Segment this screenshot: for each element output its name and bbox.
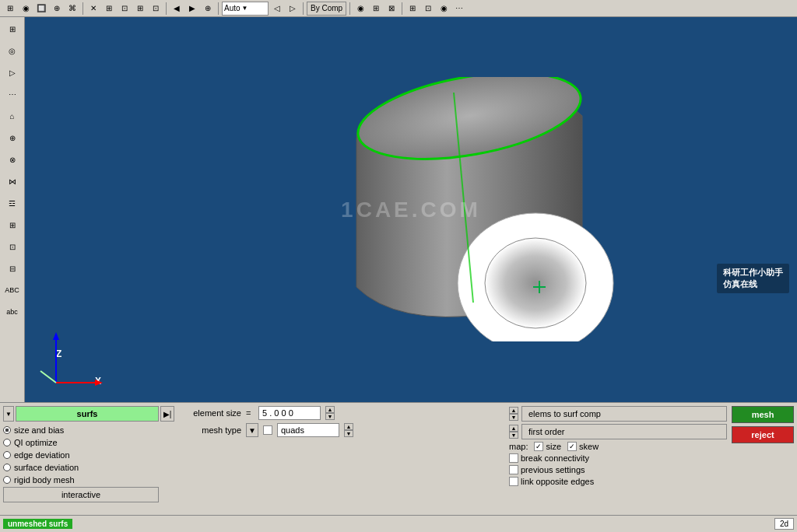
sidebar-icon-abc1[interactable]: ABC (2, 280, 23, 300)
sidebar-icon-abc2[interactable]: abc (2, 302, 23, 322)
size-checkbox-item: size (534, 442, 561, 451)
toolbar-icon-2[interactable]: ◉ (19, 2, 33, 16)
radio-circle-edge (3, 451, 11, 459)
element-size-down[interactable]: ▼ (325, 413, 335, 420)
toolbar-icon-copy[interactable]: ⊞ (102, 2, 116, 16)
sidebar-icon-1[interactable]: ⊞ (2, 19, 23, 39)
radio-rigid-body-mesh[interactable]: rigid body mesh (3, 474, 174, 485)
radio-qi-optimize[interactable]: QI optimize (3, 437, 174, 448)
auto-dropdown[interactable]: Auto ▼ (222, 2, 269, 16)
sidebar-icon-7[interactable]: ⊗ (2, 149, 23, 170)
sidebar-icon-11[interactable]: ⊡ (2, 236, 23, 257)
toolbar-sep-1 (83, 2, 83, 15)
toolbar-icon-back[interactable]: ◀ (170, 2, 184, 16)
previous-settings-item: previous settings (509, 465, 727, 474)
break-connectivity-item: break connectivity (509, 453, 727, 463)
sidebar-icon-3[interactable]: ▷ (2, 62, 23, 82)
interactive-button[interactable]: interactive (3, 487, 159, 502)
toolbar-icon-view1[interactable]: ⊞ (406, 2, 420, 16)
mesh-controls: ▼ surfs ▶| size and bias QI optimize edg… (0, 403, 797, 515)
toolbar-icon-paste[interactable]: ⊡ (118, 2, 132, 16)
size-checkbox[interactable] (534, 442, 543, 451)
sidebar-icon-12[interactable]: ⊟ (2, 258, 23, 278)
element-size-input[interactable] (258, 406, 321, 420)
toolbar-icon-mesh2[interactable]: ⊞ (369, 2, 383, 16)
left-controls: ▼ surfs ▶| size and bias QI optimize edg… (3, 406, 174, 512)
toolbar-icon-view2[interactable]: ⊡ (421, 2, 435, 16)
interactive-row: interactive (3, 487, 174, 502)
first-order-down[interactable]: ▼ (509, 432, 518, 439)
toolbar-icon-4[interactable]: ⊕ (50, 2, 64, 16)
logo-watermark: 科研工作小助手 仿真在线 (717, 264, 789, 293)
toolbar-icon-mesh1[interactable]: ◉ (353, 2, 367, 16)
radio-surface-deviation[interactable]: surface deviation (3, 462, 174, 473)
element-size-up[interactable]: ▲ (325, 406, 335, 413)
surfs-nav-btn[interactable]: ▶| (160, 406, 174, 422)
by-comp-label: By Comp (311, 4, 342, 12)
toolbar-icon-close[interactable]: ✕ (86, 2, 100, 16)
toolbar-icon-nav2[interactable]: ▷ (286, 2, 300, 16)
mesh-type-down[interactable]: ▼ (344, 430, 353, 437)
sidebar-icon-6[interactable]: ⊕ (2, 128, 23, 148)
toolbar-icon-more[interactable]: ⋯ (452, 2, 466, 16)
element-size-row: element size = ▲ ▼ (179, 406, 504, 420)
break-connectivity-checkbox[interactable] (509, 453, 518, 463)
elems-row: ▲ ▼ elems to surf comp (509, 406, 727, 422)
mesh-type-row: mesh type ▼ quads ▲ ▼ (179, 423, 504, 437)
radio-edge-deviation[interactable]: edge deviation (3, 450, 174, 460)
radio-circle-size-bias (3, 426, 11, 434)
sidebar-icon-8[interactable]: ⋈ (2, 171, 23, 191)
toolbar-icon-fwd[interactable]: ▶ (185, 2, 199, 16)
radio-circle-qi (3, 439, 11, 446)
radio-label-edge: edge deviation (14, 450, 70, 460)
toolbar-icon-redo[interactable]: ⊡ (149, 2, 163, 16)
sidebar-icon-9[interactable]: ☲ (2, 193, 23, 213)
mesh-type-checkbox[interactable] (263, 425, 272, 435)
toolbar-icon-view3[interactable]: ◉ (437, 2, 451, 16)
unmeshed-surfs-badge: unmeshed surfs (3, 519, 72, 529)
svg-marker-8 (53, 332, 59, 340)
by-comp-button[interactable]: By Comp (307, 2, 346, 16)
map-row: map: size skew (509, 442, 727, 451)
mesh-button[interactable]: mesh (732, 406, 794, 423)
link-opposite-edges-checkbox[interactable] (509, 477, 518, 486)
reject-button[interactable]: reject (732, 426, 794, 443)
previous-settings-label: previous settings (521, 465, 585, 474)
elems-down[interactable]: ▼ (509, 414, 518, 421)
cylinder-3d (318, 77, 629, 343)
first-order-button[interactable]: first order (521, 424, 727, 439)
sidebar-icon-4[interactable]: ⋯ (2, 84, 23, 104)
elems-to-surf-comp-button[interactable]: elems to surf comp (521, 406, 727, 422)
surfs-label[interactable]: surfs (16, 406, 159, 422)
first-order-up[interactable]: ▲ (509, 425, 518, 432)
mesh-type-up[interactable]: ▲ (344, 423, 353, 430)
toolbar-sep-2 (166, 2, 167, 15)
previous-settings-checkbox[interactable] (509, 465, 518, 474)
toolbar-icon-1[interactable]: ⊞ (3, 2, 17, 16)
toolbar-icon-mesh3[interactable]: ⊠ (384, 2, 398, 16)
sidebar-icon-10[interactable]: ⊞ (2, 215, 23, 235)
mesh-type-dropdown[interactable]: ▼ (246, 423, 258, 437)
sidebar-icon-2[interactable]: ◎ (2, 40, 23, 61)
toolbar-icon-3[interactable]: 🔲 (34, 2, 48, 16)
mesh-type-value: quads (277, 423, 339, 437)
size-label: size (546, 442, 561, 451)
toolbar-icon-add[interactable]: ⊕ (201, 2, 215, 16)
viewport[interactable]: 1CAE.COM Z X 科研工作小助手 仿真在线 (25, 17, 797, 402)
toolbar-sep-6 (402, 2, 402, 15)
status-2d-badge: 2d (774, 518, 794, 530)
toolbar-icon-undo[interactable]: ⊞ (133, 2, 147, 16)
elems-spinner: ▲ ▼ (509, 407, 518, 421)
surfs-dropdown-btn[interactable]: ▼ (3, 406, 14, 422)
element-size-spinner: ▲ ▼ (325, 406, 335, 420)
toolbar-icon-nav1[interactable]: ◁ (270, 2, 284, 16)
radio-size-bias[interactable]: size and bias (3, 425, 174, 436)
toolbar-sep-5 (349, 2, 350, 15)
element-size-label: element size (179, 408, 241, 418)
toolbar-icon-5[interactable]: ⌘ (65, 2, 79, 16)
svg-marker-10 (95, 380, 103, 386)
elems-up[interactable]: ▲ (509, 407, 518, 414)
map-label: map: (509, 442, 528, 451)
sidebar-icon-5[interactable]: ⌂ (2, 106, 23, 126)
skew-checkbox[interactable] (567, 442, 577, 451)
